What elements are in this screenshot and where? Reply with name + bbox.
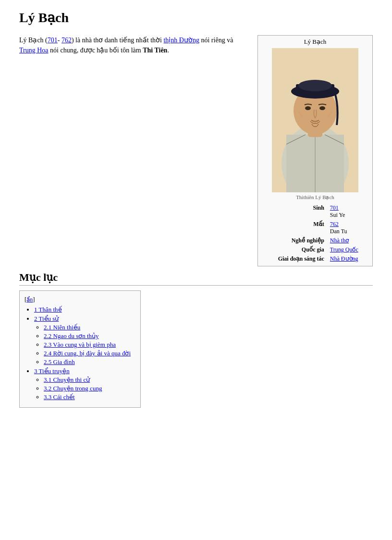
- infobox-row-giai: Giai đoạn sáng tác Nhà Đường: [260, 254, 370, 264]
- link-762[interactable]: 762: [330, 221, 339, 227]
- link-701[interactable]: 701: [330, 204, 339, 211]
- link-nha-tho[interactable]: Nhà thơ: [330, 237, 349, 244]
- toc-link-1[interactable]: 1 Thân thế: [34, 306, 62, 313]
- infobox-label-giai: Giai đoạn sáng tác: [260, 254, 328, 264]
- infobox-caption: Thithiên Lý Bạch: [260, 194, 370, 201]
- toc-sublist-2: 2.1 Niên thiếu 2.2 Ngao du sơn thủy 2.3 …: [34, 324, 131, 366]
- portrait-image: [272, 48, 358, 192]
- toc-item-3: 3 Tiểu truyện 3.1 Chuyện thi cử 3.2 Chuy…: [34, 367, 131, 401]
- infobox-row-quoc: Quốc gia Trung Quốc: [260, 245, 370, 254]
- toc-item-3-2: 3.2 Chuyện trong cung: [44, 385, 131, 392]
- toc-item-2-5: 2.5 Gia đình: [44, 358, 131, 366]
- infobox-row-mat: Mất 762 Dan Tu: [260, 220, 370, 236]
- thi-tien: Thi Tiên: [143, 47, 167, 54]
- infobox-value-nghe: Nhà thơ: [328, 236, 370, 245]
- toc-link-2-3[interactable]: 2.3 Vào cung và bị gièm pha: [44, 341, 116, 348]
- toc-item-3-1: 3.1 Chuyện thi cử: [44, 376, 131, 384]
- infobox: Lý Bạch: [257, 35, 373, 266]
- toc-heading: Mục lục: [19, 271, 373, 286]
- toc-sublist-3: 3.1 Chuyện thi cử 3.2 Chuyện trong cung …: [34, 376, 131, 401]
- toc-link-2[interactable]: 2 Tiểu sử: [34, 315, 59, 322]
- toc-item-1: 1 Thân thế: [34, 306, 131, 314]
- toc-link-3-2[interactable]: 3.2 Chuyện trong cung: [44, 385, 102, 392]
- toc-list: 1 Thân thế 2 Tiểu sử 2.1 Niên thiếu 2.2 …: [24, 306, 131, 401]
- svg-point-11: [305, 106, 311, 110]
- infobox-label-sinh: Sinh: [260, 203, 328, 220]
- toc-link-3-3[interactable]: 3.3 Cái chết: [44, 393, 75, 401]
- intro-name: Lý Bạch: [19, 37, 44, 44]
- page-title: Lý Bạch: [19, 10, 373, 25]
- infobox-label-quoc: Quốc gia: [260, 245, 328, 254]
- infobox-value-mat: 762 Dan Tu: [328, 220, 370, 236]
- toc-item-2-1: 2.1 Niên thiếu: [44, 324, 131, 331]
- infobox-value-sinh: 701 Sui Ye: [328, 203, 370, 220]
- infobox-row-nghe: Nghề nghiệp Nhà thơ: [260, 236, 370, 245]
- infobox-value-giai: Nhà Đường: [328, 254, 370, 264]
- toc-link-2-1[interactable]: 2.1 Niên thiếu: [44, 324, 80, 331]
- toc-link-2-2[interactable]: 2.2 Ngao du sơn thủy: [44, 332, 99, 339]
- link-762-inline[interactable]: 762: [61, 37, 72, 44]
- link-trung-hoa[interactable]: Trung Hoa: [19, 47, 49, 54]
- toc-item-2-3: 2.3 Vào cung và bị gièm pha: [44, 341, 131, 349]
- toc-item-2: 2 Tiểu sử 2.1 Niên thiếu 2.2 Ngao du sơn…: [34, 315, 131, 366]
- link-701-inline[interactable]: 701: [48, 37, 58, 44]
- svg-point-12: [319, 106, 325, 110]
- toc-link-2-5[interactable]: 2.5 Gia đình: [44, 358, 75, 365]
- infobox-label-mat: Mất: [260, 220, 328, 236]
- infobox-row-sinh: Sinh 701 Sui Ye: [260, 203, 370, 220]
- toc-link-2-4[interactable]: 2.4 Rời cung, bị đày ải và qua đời: [44, 350, 131, 357]
- toc-container: [ẩn] 1 Thân thế 2 Tiểu sử 2.1 Niên thiếu…: [19, 290, 141, 408]
- toc-hide-link[interactable]: ẩn: [26, 296, 33, 303]
- link-thinh-duong[interactable]: thịnh Đường: [163, 37, 199, 44]
- toc-item-2-2: 2.2 Ngao du sơn thủy: [44, 332, 131, 340]
- svg-point-10: [298, 80, 332, 91]
- link-trung-quoc[interactable]: Trung Quốc: [330, 246, 358, 253]
- infobox-title: Lý Bạch: [260, 38, 370, 46]
- toc-item-3-3: 3.3 Cái chết: [44, 393, 131, 401]
- toc-link-3-1[interactable]: 3.1 Chuyện thi cử: [44, 376, 90, 383]
- infobox-table: Sinh 701 Sui Ye Mất 762 Dan Tu Nghề nghi…: [260, 203, 370, 264]
- infobox-value-quoc: Trung Quốc: [328, 245, 370, 254]
- link-nha-duong[interactable]: Nhà Đường: [330, 255, 358, 262]
- infobox-label-nghe: Nghề nghiệp: [260, 236, 328, 245]
- toc-link-3[interactable]: 3 Tiểu truyện: [34, 367, 70, 375]
- toc-bracket-close: ]: [33, 296, 35, 303]
- toc-item-2-4: 2.4 Rời cung, bị đày ải và qua đời: [44, 350, 131, 357]
